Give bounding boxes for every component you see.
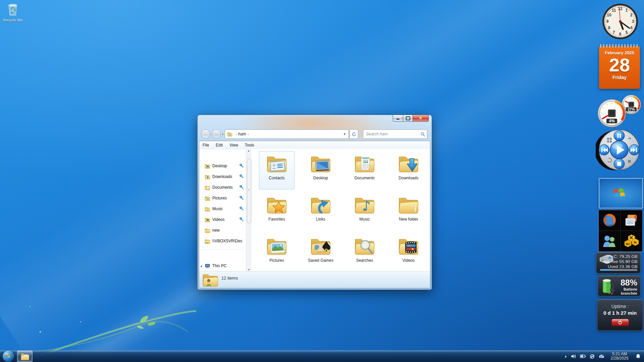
tray-clock[interactable]: 5:21 AM 2/28/2025 (608, 352, 631, 361)
taskbar: ▲ 5:21 AM 2/28/2025 (0, 350, 644, 362)
recent-pages-chevron-icon[interactable]: ▾ (222, 133, 223, 136)
ram-percent: 27% (628, 107, 635, 111)
svg-text:4: 4 (630, 25, 633, 30)
pin-icon[interactable] (239, 163, 244, 169)
menu-bar: File Edit View Tools (199, 141, 430, 149)
drive-meter-gadget[interactable]: C: 79.25 GB Free 55.90 GB Used 23.36 GB (596, 252, 641, 274)
scroll-down-icon[interactable]: ▼ (248, 268, 250, 271)
calendar-gadget[interactable]: February 2025 28 Friday (599, 46, 640, 89)
maximize-button[interactable] (403, 115, 413, 122)
recycle-bin-label: Recycle Bin (2, 18, 23, 22)
contact-card-icon (270, 161, 285, 171)
launcher-games[interactable] (621, 231, 642, 252)
folder-item-contacts[interactable]: Contacts (259, 151, 294, 189)
back-button[interactable]: ← (201, 129, 210, 139)
menu-tools[interactable]: Tools (241, 142, 258, 148)
minimize-button[interactable] (393, 115, 403, 122)
calendar-weekday: Friday (599, 75, 640, 80)
slideshow-gadget[interactable] (599, 178, 643, 208)
folder-item-pictures[interactable]: Pictures (259, 234, 294, 272)
monitor-icon (315, 161, 329, 171)
clock-gadget[interactable]: 12123 4567 891011 (602, 3, 639, 42)
folder-item-favorites[interactable]: Favorites (259, 192, 294, 231)
folder-icon (205, 196, 210, 201)
folder-item-music[interactable]: ♪ Music (347, 192, 382, 231)
folder-item-new-folder[interactable]: New folder (391, 192, 426, 231)
address-bar[interactable]: › ham › ▼ (225, 129, 349, 139)
pin-icon[interactable] (239, 217, 244, 223)
folder-icon (205, 174, 210, 179)
taskbar-explorer-button[interactable] (17, 351, 33, 362)
svg-text:8: 8 (608, 25, 610, 30)
show-hidden-icons[interactable]: ▲ (564, 355, 567, 358)
pin-icon[interactable] (239, 195, 244, 201)
folder-icon (205, 217, 210, 222)
folder-label: Links (303, 217, 338, 222)
start-button[interactable] (3, 351, 14, 362)
cpu-meter-gadget[interactable]: 27% 4% (596, 95, 643, 129)
address-dropdown-icon[interactable]: ▼ (341, 132, 348, 136)
download-arrow-icon (406, 158, 419, 172)
calendar-spiral-icon (600, 44, 639, 48)
recycle-bin-icon (6, 2, 19, 16)
sidebar-item-documents[interactable]: Documents (199, 183, 246, 192)
launcher-messenger[interactable] (599, 231, 621, 252)
launcher-firefox[interactable] (599, 210, 621, 231)
uptime-gadget[interactable]: Uptime : 0 d 1 h 27 min (597, 299, 643, 331)
sidebar-label: Videos (212, 217, 224, 222)
notification-bell-icon[interactable] (636, 354, 641, 359)
next-button (629, 144, 640, 155)
sidebar-item-pictures[interactable]: Pictures (199, 194, 246, 202)
windows-logo-icon (5, 354, 11, 359)
sidebar-label: new (212, 228, 220, 233)
film-strip-icon (405, 241, 417, 254)
folder-item-videos[interactable]: Videos (391, 234, 426, 272)
folder-item-downloads[interactable]: Downloads (391, 151, 426, 189)
folder-item-searches[interactable]: Searches (347, 234, 382, 272)
sidebar-item-videos[interactable]: Videos (199, 215, 246, 224)
forward-button[interactable]: → (212, 129, 221, 139)
breadcrumb-item[interactable]: ham (238, 132, 246, 136)
folder-label: Favorites (259, 217, 294, 222)
pin-icon[interactable] (239, 206, 244, 212)
pin-icon[interactable] (239, 185, 244, 190)
menu-file[interactable]: File (199, 142, 212, 148)
menu-edit[interactable]: Edit (212, 142, 226, 148)
menu-view[interactable]: View (226, 142, 241, 148)
close-button[interactable]: ✕ (413, 115, 429, 122)
cloud-sync-icon[interactable] (598, 354, 605, 359)
scroll-up-icon[interactable]: ▲ (248, 149, 250, 152)
folder-label: Pictures (259, 258, 294, 263)
explorer-window: ✕ ← → ▾ › ham › ▼ (198, 115, 432, 290)
power-button[interactable] (611, 319, 629, 326)
recycle-bin[interactable]: Recycle Bin (2, 2, 23, 22)
sidebar-item-vboxsvr-share[interactable]: \\VBOXSVR\Des (199, 237, 246, 245)
sidebar-item-new[interactable]: new (199, 226, 246, 235)
battery-gadget[interactable]: 88% Batterie branchée (598, 276, 641, 296)
media-control-gadget[interactable] (596, 128, 641, 174)
sidebar-item-music[interactable]: ♪ Music (199, 204, 246, 213)
battery-tray-icon[interactable] (580, 354, 586, 358)
sidebar-item-this-pc[interactable]: This PC (199, 261, 246, 270)
launcher-mail[interactable] (621, 210, 642, 231)
sidebar-scrollbar[interactable]: ▲ ▼ (246, 149, 252, 272)
search-input[interactable] (363, 132, 421, 136)
folder-label: Contacts (259, 176, 294, 180)
folder-item-documents[interactable]: Documents (347, 151, 382, 189)
pin-icon[interactable] (239, 174, 244, 180)
sidebar-item-downloads[interactable]: Downloads (199, 172, 246, 181)
network-icon[interactable] (590, 354, 595, 359)
scrollbar-thumb[interactable] (247, 159, 251, 223)
sidebar-label: \\VBOXSVR\Des (212, 239, 242, 243)
folder-item-saved-games[interactable]: ♠ ♟ Saved Games (303, 234, 338, 272)
battery-icon (600, 278, 616, 294)
drive-free: Free 55.90 GB (608, 259, 638, 264)
volume-icon[interactable] (571, 354, 576, 359)
mail-icon (624, 214, 639, 227)
uptime-label: Uptime : (597, 304, 643, 309)
sidebar-item-desktop[interactable]: Desktop (199, 162, 246, 170)
folder-item-links[interactable]: Links (303, 192, 338, 231)
folder-item-desktop[interactable]: Desktop (303, 151, 338, 189)
refresh-button[interactable] (350, 129, 358, 139)
sidebar-label: This PC (212, 263, 227, 268)
